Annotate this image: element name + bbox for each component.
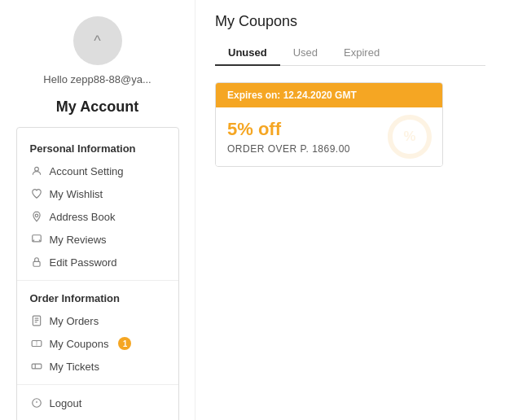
personal-section-title: Personal Information bbox=[17, 138, 178, 160]
sidebar-item-label: My Wishlist bbox=[50, 188, 103, 200]
tab-used[interactable]: Used bbox=[280, 40, 331, 65]
sidebar-item-more[interactable]: MORE bbox=[17, 414, 178, 420]
coupon-body: 5% off ORDER OVER P. 1869.00 % bbox=[216, 107, 442, 166]
sidebar-item-my-tickets[interactable]: My Tickets bbox=[17, 355, 178, 378]
svg-rect-3 bbox=[33, 261, 39, 266]
sidebar-item-label: Account Setting bbox=[50, 165, 124, 177]
svg-point-1 bbox=[35, 214, 38, 217]
lock-icon bbox=[30, 256, 43, 269]
greeting-text: Hello zepp88-88@ya... bbox=[43, 73, 151, 85]
avatar-initial: ^ bbox=[94, 33, 100, 50]
chat-icon bbox=[30, 233, 43, 246]
heart-icon bbox=[30, 187, 43, 200]
sidebar-item-logout[interactable]: Logout bbox=[17, 392, 178, 414]
sidebar-item-label: My Reviews bbox=[50, 234, 107, 246]
sidebar-item-address-book[interactable]: Address Book bbox=[17, 205, 178, 228]
sidebar-item-label: Edit Password bbox=[50, 256, 117, 269]
coupon-header: Expires on: 12.24.2020 GMT bbox=[216, 83, 442, 107]
svg-text:%: % bbox=[404, 129, 416, 144]
sidebar-item-account-setting[interactable]: Account Setting bbox=[17, 160, 178, 182]
sidebar-item-label: Address Book bbox=[50, 211, 116, 223]
coupon-tabs: Unused Used Expired bbox=[215, 40, 485, 66]
sidebar-item-label: My Orders bbox=[50, 315, 99, 327]
account-title: My Account bbox=[56, 98, 138, 116]
coupon-badge: 1 bbox=[118, 337, 131, 350]
person-icon bbox=[30, 164, 43, 177]
sidebar-item-my-coupons[interactable]: My Coupons 1 bbox=[17, 332, 178, 355]
coupon-card: Expires on: 12.24.2020 GMT 5% off ORDER … bbox=[215, 82, 443, 167]
avatar: ^ bbox=[73, 16, 122, 65]
sidebar-item-my-orders[interactable]: My Orders bbox=[17, 309, 178, 332]
sidebar-item-label: My Tickets bbox=[50, 361, 99, 373]
logout-icon bbox=[30, 396, 43, 409]
orders-icon bbox=[30, 314, 43, 327]
location-icon bbox=[30, 210, 43, 223]
sidebar-item-wishlist[interactable]: My Wishlist bbox=[17, 182, 178, 205]
divider-2 bbox=[17, 384, 178, 385]
sidebar-item-reviews[interactable]: My Reviews bbox=[17, 228, 178, 251]
main-content: My Coupons Unused Used Expired Expires o… bbox=[195, 0, 505, 420]
sidebar: ^ Hello zepp88-88@ya... My Account Perso… bbox=[0, 0, 195, 420]
ticket-icon bbox=[30, 360, 43, 373]
sidebar-item-label: My Coupons bbox=[50, 338, 109, 350]
coupon-watermark-icon: % bbox=[385, 112, 434, 161]
page-title: My Coupons bbox=[215, 13, 485, 30]
logout-label: Logout bbox=[50, 397, 82, 409]
svg-point-0 bbox=[34, 167, 38, 171]
account-menu: Personal Information Account Setting My … bbox=[16, 127, 179, 420]
divider bbox=[17, 280, 178, 281]
order-section-title: Order Information bbox=[17, 287, 178, 309]
sidebar-item-edit-password[interactable]: Edit Password bbox=[17, 251, 178, 273]
coupon-icon bbox=[30, 337, 43, 350]
tab-expired[interactable]: Expired bbox=[331, 40, 393, 65]
tab-unused[interactable]: Unused bbox=[215, 40, 280, 65]
svg-rect-10 bbox=[32, 364, 42, 369]
